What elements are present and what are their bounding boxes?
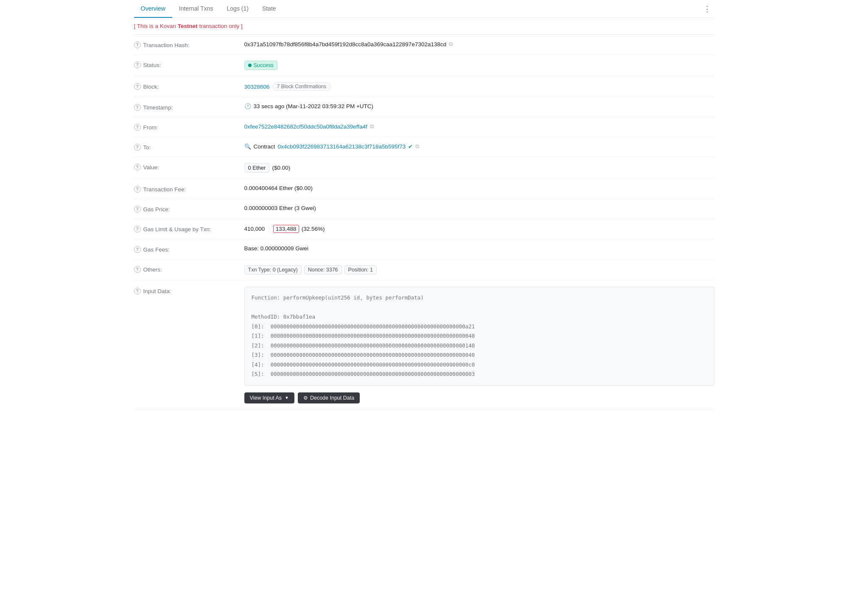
gas-price-label: ? Gas Price: [134, 205, 244, 213]
gas-fees-help-icon[interactable]: ? [134, 246, 141, 253]
timestamp-label: ? Timestamp: [134, 103, 244, 111]
to-row: ? To: 🔍 Contract 0x4cb093f226983713164a6… [134, 137, 714, 157]
gas-fees-row: ? Gas Fees: Base: 0.000000009 Gwei [134, 239, 714, 259]
gas-price-value: 0.000000003 Ether (3 Gwei) [244, 205, 714, 211]
input-data-label: ? Input Data: [134, 287, 244, 294]
tx-hash-value: 0x371a51097fb78df856f8b4a7bd459f192d8cc8… [244, 41, 714, 48]
from-row: ? From: 0xfee7522e8482682cf50ddc50a0f8da… [134, 117, 714, 137]
tx-hash-row: ? Transaction Hash: 0x371a51097fb78df856… [134, 35, 714, 55]
block-value: 30328606 7 Block Confirmations [244, 82, 714, 91]
status-label: ? Status: [134, 61, 244, 68]
tx-fee-value: 0.000400464 Ether ($0.00) [244, 185, 714, 191]
status-dot [248, 64, 252, 67]
to-label: ? To: [134, 143, 244, 151]
gas-limit-help-icon[interactable]: ? [134, 226, 141, 232]
block-row: ? Block: 30328606 7 Block Confirmations [134, 76, 714, 97]
others-help-icon[interactable]: ? [134, 266, 141, 273]
others-label: ? Others: [134, 265, 244, 273]
input-actions: View Input As ▼ ⚙ Decode Input Data [244, 392, 360, 403]
from-address-link[interactable]: 0xfee7522e8482682cf50ddc50a0f8da2a39effa… [244, 123, 367, 130]
block-number-link[interactable]: 30328606 [244, 84, 270, 90]
block-confirmations-badge: 7 Block Confirmations [272, 82, 331, 91]
tab-overview[interactable]: Overview [134, 0, 172, 18]
value-help-icon[interactable]: ? [134, 164, 141, 171]
gas-limit-label: ? Gas Limit & Usage by Txn: [134, 225, 244, 232]
others-value: Txn Type: 0 (Legacy) Nonce: 3376 Positio… [244, 265, 714, 274]
gas-price-row: ? Gas Price: 0.000000003 Ether (3 Gwei) [134, 199, 714, 219]
tab-internal-txns[interactable]: Internal Txns [172, 0, 220, 18]
others-row: ? Others: Txn Type: 0 (Legacy) Nonce: 33… [134, 259, 714, 281]
status-help-icon[interactable]: ? [134, 62, 141, 68]
value-label: ? Value: [134, 163, 244, 171]
tx-hash-label: ? Transaction Hash: [134, 41, 244, 48]
timestamp-row: ? Timestamp: 🕐 33 secs ago (Mar-11-2022 … [134, 97, 714, 117]
gas-fees-value: Base: 0.000000009 Gwei [244, 245, 714, 252]
gas-limit-row: ? Gas Limit & Usage by Txn: 410,000 | 13… [134, 219, 714, 239]
tx-fee-label: ? Transaction Fee: [134, 185, 244, 193]
tx-hash-help-icon[interactable]: ? [134, 42, 141, 48]
tx-fee-help-icon[interactable]: ? [134, 186, 141, 193]
block-label: ? Block: [134, 82, 244, 90]
status-value: Success [244, 61, 714, 70]
input-data-row: ? Input Data: Function: performUpkeep(ui… [134, 281, 714, 409]
to-copy-icon[interactable]: ⧉ [415, 143, 419, 150]
nonce-badge: Nonce: 3376 [304, 265, 342, 274]
testnet-notice: [ This is a Kovan Testnet transaction on… [134, 18, 714, 35]
timestamp-value: 🕐 33 secs ago (Mar-11-2022 03:59:32 PM +… [244, 103, 714, 109]
chevron-down-icon: ▼ [285, 395, 289, 400]
input-data-content-area: Function: performUpkeep(uint256 id, byte… [244, 287, 714, 403]
block-help-icon[interactable]: ? [134, 83, 141, 90]
from-label: ? From: [134, 123, 244, 131]
gas-price-help-icon[interactable]: ? [134, 206, 141, 213]
position-badge: Position: 1 [344, 265, 377, 274]
status-badge: Success [244, 61, 277, 70]
value-badge: 0 Ether [244, 163, 270, 173]
from-copy-icon[interactable]: ⧉ [370, 123, 374, 130]
decode-icon: ⚙ [303, 395, 308, 401]
view-input-as-button[interactable]: View Input As ▼ [244, 392, 294, 403]
pipe-separator: | [268, 226, 270, 232]
input-data-box: Function: performUpkeep(uint256 id, byte… [244, 287, 714, 386]
contract-search-icon: 🔍 [244, 143, 251, 150]
to-help-icon[interactable]: ? [134, 144, 141, 151]
tx-hash-copy-icon[interactable]: ⧉ [449, 41, 453, 48]
timestamp-help-icon[interactable]: ? [134, 104, 141, 111]
more-options-icon[interactable]: ⋮ [700, 1, 714, 17]
gas-limit-value: 410,000 | 133,488 (32.56%) [244, 225, 714, 233]
clock-icon: 🕐 [244, 103, 251, 109]
to-contract-link[interactable]: 0x4cb093f226983713164a62138c3f718a5b595f… [278, 143, 406, 150]
transaction-details: ? Transaction Hash: 0x371a51097fb78df856… [134, 35, 714, 410]
gas-used-value: 133,488 [273, 225, 299, 233]
from-value: 0xfee7522e8482682cf50ddc50a0f8da2a39effa… [244, 123, 714, 130]
decode-input-button[interactable]: ⚙ Decode Input Data [298, 392, 360, 403]
to-value: 🔍 Contract 0x4cb093f226983713164a62138c3… [244, 143, 714, 150]
value-row: ? Value: 0 Ether ($0.00) [134, 157, 714, 179]
status-row: ? Status: Success [134, 55, 714, 76]
input-data-help-icon[interactable]: ? [134, 288, 141, 294]
tab-bar: Overview Internal Txns Logs (1) State ⋮ [134, 0, 714, 18]
from-help-icon[interactable]: ? [134, 124, 141, 131]
verified-icon: ✔ [408, 143, 413, 150]
tab-state[interactable]: State [255, 0, 283, 18]
tab-logs[interactable]: Logs (1) [220, 0, 255, 18]
tx-fee-row: ? Transaction Fee: 0.000400464 Ether ($0… [134, 179, 714, 199]
gas-fees-label: ? Gas Fees: [134, 245, 244, 253]
value-display: 0 Ether ($0.00) [244, 163, 714, 173]
txn-type-badge: Txn Type: 0 (Legacy) [244, 265, 302, 274]
